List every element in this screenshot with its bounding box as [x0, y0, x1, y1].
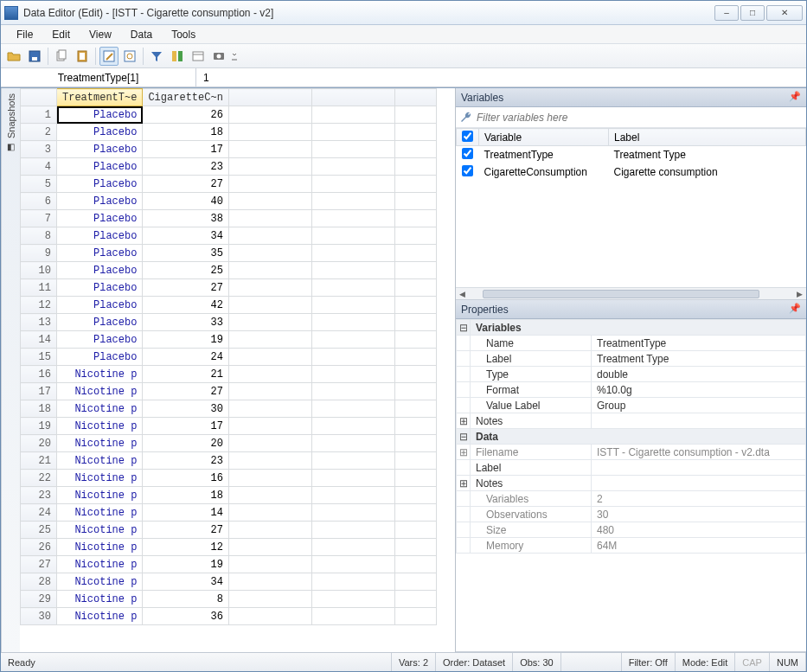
cell-treatment[interactable]: Placebo [57, 158, 143, 176]
prop-section-variables[interactable]: ⊟ Variables [457, 320, 806, 336]
cell-blank[interactable] [228, 176, 311, 193]
table-row[interactable]: 11Placebo27 [21, 279, 437, 297]
table-row[interactable]: 14Placebo19 [21, 331, 437, 349]
table-row[interactable]: 2Placebo18 [21, 124, 437, 141]
cell-treatment[interactable]: Nicotine p [57, 400, 143, 418]
cell-cigarette[interactable]: 18 [143, 124, 228, 141]
variable-checkbox[interactable] [462, 148, 473, 159]
variables-table[interactable]: Variable Label TreatmentTypeTreatment Ty… [456, 128, 806, 287]
cell-treatment[interactable]: Placebo [57, 141, 143, 158]
cell-treatment[interactable]: Nicotine p [57, 539, 143, 556]
cell-cigarette[interactable]: 27 [143, 522, 228, 539]
variable-row[interactable]: TreatmentTypeTreatment Type [457, 146, 806, 163]
row-number[interactable]: 15 [21, 349, 57, 366]
table-row[interactable]: 13Placebo33 [21, 314, 437, 331]
row-number[interactable]: 13 [21, 314, 57, 331]
cell-blank[interactable] [228, 504, 311, 522]
cell-cigarette[interactable]: 16 [143, 470, 228, 487]
cell-blank[interactable] [394, 522, 436, 539]
cell-cigarette[interactable]: 23 [143, 158, 228, 176]
row-number[interactable]: 1 [21, 106, 57, 124]
pin-icon[interactable]: 📌 [789, 303, 801, 314]
table-row[interactable]: 20Nicotine p20 [21, 435, 437, 452]
column-header-blank[interactable] [228, 89, 311, 106]
variable-checkbox[interactable] [462, 165, 473, 176]
table-row[interactable]: 25Nicotine p27 [21, 522, 437, 539]
cell-cigarette[interactable]: 35 [143, 245, 228, 262]
cell-blank[interactable] [394, 470, 436, 487]
cell-blank[interactable] [394, 106, 436, 124]
cell-blank[interactable] [311, 400, 394, 418]
cell-blank[interactable] [394, 452, 436, 470]
cell-treatment[interactable]: Nicotine p [57, 366, 143, 383]
cell-blank[interactable] [394, 262, 436, 279]
row-number[interactable]: 6 [21, 193, 57, 210]
cell-blank[interactable] [311, 176, 394, 193]
cell-blank[interactable] [311, 210, 394, 227]
cell-blank[interactable] [394, 591, 436, 608]
browse-mode-icon[interactable] [120, 47, 139, 66]
cell-blank[interactable] [394, 539, 436, 556]
prop-section-data[interactable]: ⊟ Data [457, 429, 806, 445]
cell-cigarette[interactable]: 38 [143, 210, 228, 227]
cell-blank[interactable] [228, 158, 311, 176]
column-header-blank[interactable] [394, 89, 436, 106]
cell-blank[interactable] [228, 297, 311, 314]
row-number[interactable]: 20 [21, 435, 57, 452]
save-icon[interactable] [25, 47, 44, 66]
table-row[interactable]: 18Nicotine p30 [21, 400, 437, 418]
filter-icon[interactable] [147, 47, 166, 66]
table-row[interactable]: 24Nicotine p14 [21, 504, 437, 522]
cell-cigarette[interactable]: 25 [143, 262, 228, 279]
toolbar-overflow-icon[interactable] [230, 47, 239, 66]
cell-blank[interactable] [228, 210, 311, 227]
table-row[interactable]: 22Nicotine p16 [21, 470, 437, 487]
cell-cigarette[interactable]: 18 [143, 487, 228, 504]
table-row[interactable]: 28Nicotine p34 [21, 573, 437, 591]
column-header-treatment[interactable]: TreatmentT~e [57, 89, 143, 106]
variable-label[interactable]: Cigarette consumption [609, 163, 806, 181]
row-number[interactable]: 23 [21, 487, 57, 504]
cell-treatment[interactable]: Nicotine p [57, 522, 143, 539]
row-number[interactable]: 16 [21, 366, 57, 383]
cell-blank[interactable] [311, 556, 394, 573]
cell-blank[interactable] [228, 366, 311, 383]
prop-row-name[interactable]: NameTreatmentType [457, 336, 806, 351]
variable-row[interactable]: CigaretteConsumptionCigarette consumptio… [457, 163, 806, 181]
table-row[interactable]: 26Nicotine p12 [21, 539, 437, 556]
scroll-right-icon[interactable]: ▶ [797, 290, 803, 298]
cell-blank[interactable] [228, 227, 311, 245]
cell-cigarette[interactable]: 34 [143, 573, 228, 591]
scroll-left-icon[interactable]: ◀ [459, 290, 465, 298]
cell-blank[interactable] [228, 418, 311, 435]
cell-blank[interactable] [394, 331, 436, 349]
cell-blank[interactable] [394, 314, 436, 331]
scroll-thumb[interactable] [483, 290, 759, 298]
wrench-icon[interactable] [459, 111, 473, 125]
maximize-button[interactable]: □ [740, 5, 765, 21]
cell-treatment[interactable]: Nicotine p [57, 487, 143, 504]
cell-blank[interactable] [311, 158, 394, 176]
cell-blank[interactable] [311, 227, 394, 245]
cell-treatment[interactable]: Placebo [57, 176, 143, 193]
cell-treatment[interactable]: Nicotine p [57, 383, 143, 400]
cell-cigarette[interactable]: 8 [143, 591, 228, 608]
data-grid[interactable]: TreatmentT~e CigaretteC~n 1Placebo262Pla… [20, 88, 437, 625]
menu-tools[interactable]: Tools [163, 27, 204, 42]
prop-row-label[interactable]: LabelTreatment Type [457, 351, 806, 367]
cell-blank[interactable] [311, 331, 394, 349]
cell-blank[interactable] [311, 366, 394, 383]
cell-treatment[interactable]: Nicotine p [57, 504, 143, 522]
table-row[interactable]: 3Placebo17 [21, 141, 437, 158]
cell-cigarette[interactable]: 36 [143, 608, 228, 625]
cell-treatment[interactable]: Nicotine p [57, 556, 143, 573]
cell-blank[interactable] [228, 539, 311, 556]
table-row[interactable]: 30Nicotine p36 [21, 608, 437, 625]
cell-blank[interactable] [311, 435, 394, 452]
row-number[interactable]: 2 [21, 124, 57, 141]
cell-cigarette[interactable]: 40 [143, 193, 228, 210]
cell-blank[interactable] [228, 487, 311, 504]
variables-hscroll[interactable]: ◀ ▶ [456, 287, 806, 299]
cell-blank[interactable] [311, 106, 394, 124]
cell-blank[interactable] [311, 124, 394, 141]
